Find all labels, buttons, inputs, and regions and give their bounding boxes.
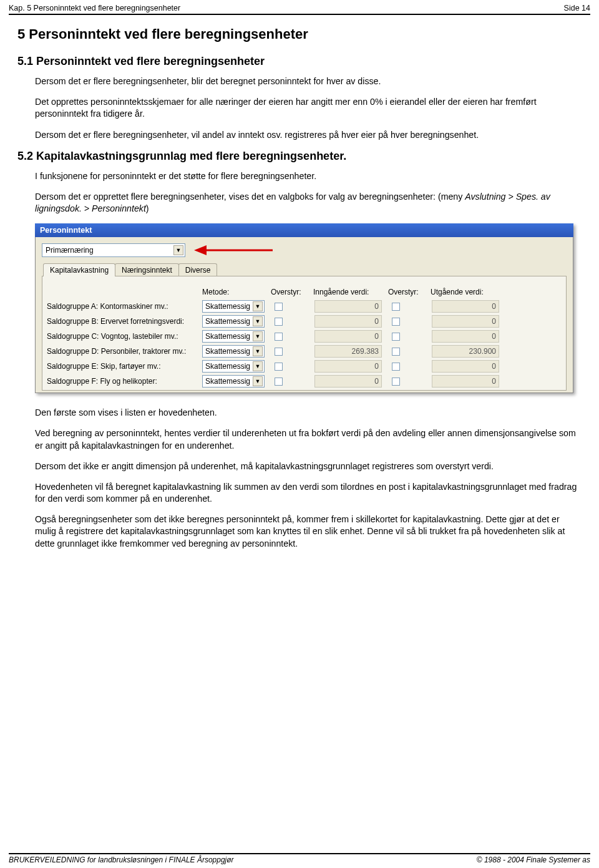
- override-checkbox[interactable]: [275, 348, 283, 356]
- tab-kapitalavkastning[interactable]: Kapitalavkastning: [43, 263, 115, 276]
- dropdown-value: Skattemessig: [205, 302, 250, 311]
- red-arrow-icon: [193, 243, 274, 257]
- override-checkbox[interactable]: [275, 378, 283, 386]
- method-dropdown[interactable]: Skattemessig▼: [202, 375, 265, 388]
- unit-dropdown[interactable]: Primærnæring ▼: [42, 243, 185, 257]
- tab-panel: Metode: Overstyr: Inngående verdi: Overs…: [42, 276, 567, 391]
- override-checkbox[interactable]: [392, 363, 400, 371]
- paragraph: I funksjonene for personinntekt er det s…: [35, 170, 582, 182]
- window-body: Primærnæring ▼ Kapitalavkastning Nærings…: [35, 237, 573, 393]
- chevron-down-icon: ▼: [253, 346, 263, 356]
- override-checkbox[interactable]: [275, 333, 283, 341]
- paragraph: Også beregningsenheter som det ikke bere…: [35, 514, 582, 550]
- row-label: Saldogruppe C: Vogntog, lastebiler mv.:: [46, 332, 202, 341]
- incoming-value-input: 0: [314, 315, 382, 328]
- method-dropdown[interactable]: Skattemessig▼: [202, 360, 265, 373]
- footer-left: BRUKERVEILEDNING for landbruksløsningen …: [9, 856, 234, 864]
- chevron-down-icon: ▼: [253, 316, 263, 326]
- page-footer: BRUKERVEILEDNING for landbruksløsningen …: [9, 853, 590, 864]
- chevron-down-icon: ▼: [253, 331, 263, 341]
- section-title-5-2: 5.2 Kapitalavkastningsgrunnlag med flere…: [17, 150, 582, 163]
- dropdown-value: Skattemessig: [205, 317, 250, 326]
- override-checkbox[interactable]: [392, 378, 400, 386]
- outgoing-value-input: 0: [432, 330, 499, 343]
- method-dropdown[interactable]: Skattemessig▼: [202, 300, 265, 313]
- tab-naeringsinntekt[interactable]: Næringsinntekt: [115, 263, 179, 276]
- override-checkbox[interactable]: [392, 318, 400, 326]
- method-dropdown[interactable]: Skattemessig▼: [202, 315, 265, 328]
- app-screenshot: Personinntekt Primærnæring ▼ Kapitalavka…: [35, 223, 573, 393]
- outgoing-value-input: 0: [432, 300, 499, 313]
- col-overstyr: Overstyr:: [388, 288, 431, 296]
- dropdown-value: Skattemessig: [205, 347, 250, 356]
- outgoing-value-input: 0: [432, 360, 499, 373]
- text: Dersom det er opprettet flere beregnings…: [35, 192, 465, 202]
- outgoing-value-input: 0: [432, 375, 499, 388]
- override-checkbox[interactable]: [392, 303, 400, 311]
- paragraph: Dersom det er opprettet flere beregnings…: [35, 191, 582, 215]
- dropdown-value: Skattemessig: [205, 362, 250, 371]
- outgoing-value-input: 230.900: [432, 345, 499, 358]
- row-label: Saldogruppe F: Fly og helikopter:: [46, 377, 202, 386]
- page-number: Side 14: [564, 4, 590, 12]
- incoming-value-input: 0: [314, 375, 382, 388]
- window-titlebar: Personinntekt: [35, 223, 573, 237]
- paragraph: Dersom det er flere beregningsenheter, b…: [35, 76, 582, 87]
- method-dropdown[interactable]: Skattemessig▼: [202, 330, 265, 343]
- paragraph: Ved beregning av personinntekt, hentes v…: [35, 427, 582, 451]
- grid-row: Saldogruppe B: Ervervet forretningsverdi…: [46, 314, 562, 329]
- override-checkbox[interactable]: [392, 348, 400, 356]
- incoming-value-input: 269.383: [314, 345, 382, 358]
- override-checkbox[interactable]: [275, 363, 283, 371]
- override-checkbox[interactable]: [275, 318, 283, 326]
- grid-row: Saldogruppe C: Vogntog, lastebiler mv.:S…: [46, 329, 562, 344]
- grid-header: Metode: Overstyr: Inngående verdi: Overs…: [46, 288, 562, 296]
- svg-marker-1: [194, 245, 207, 255]
- chevron-down-icon: ▼: [253, 361, 263, 371]
- chevron-down-icon: ▼: [253, 301, 263, 311]
- col-overstyr: Overstyr:: [271, 288, 313, 296]
- incoming-value-input: 0: [314, 330, 382, 343]
- paragraph: Dersom det ikke er angitt dimensjon på u…: [35, 461, 582, 472]
- footer-right: © 1988 - 2004 Finale Systemer as: [477, 856, 590, 864]
- dropdown-value: Primærnæring: [46, 246, 94, 255]
- paragraph: Hovedenheten vil få beregnet kapitalavka…: [35, 481, 582, 505]
- row-label: Saldogruppe D: Personbiler, traktorer mv…: [46, 347, 202, 356]
- section-title-5-1: 5.1 Personinntekt ved flere beregningsen…: [17, 55, 582, 68]
- text: ): [146, 203, 149, 213]
- row-label: Saldogruppe B: Ervervet forretningsverdi…: [46, 317, 202, 326]
- override-checkbox[interactable]: [275, 303, 283, 311]
- grid-row: Saldogruppe A: Kontormaskiner mv.:Skatte…: [46, 299, 562, 314]
- chevron-down-icon: ▼: [173, 245, 183, 255]
- dropdown-value: Skattemessig: [205, 377, 250, 386]
- header-divider: [9, 14, 590, 15]
- paragraph: Dersom det er flere beregningsenheter, v…: [35, 129, 582, 141]
- row-label: Saldogruppe A: Kontormaskiner mv.:: [46, 302, 202, 311]
- row-label: Saldogruppe E: Skip, fartøyer mv.:: [46, 362, 202, 371]
- col-metode: Metode:: [202, 288, 271, 296]
- col-utgaende: Utgående verdi:: [431, 288, 505, 296]
- chapter-label: Kap. 5 Personinntekt ved flere beregning…: [9, 4, 180, 12]
- section-title-5: 5 Personinntekt ved flere beregningsenhe…: [17, 26, 582, 42]
- incoming-value-input: 0: [314, 360, 382, 373]
- incoming-value-input: 0: [314, 300, 382, 313]
- dropdown-value: Skattemessig: [205, 332, 250, 341]
- grid-row: Saldogruppe D: Personbiler, traktorer mv…: [46, 344, 562, 359]
- grid-row: Saldogruppe F: Fly og helikopter:Skattem…: [46, 374, 562, 389]
- paragraph: Det opprettes personinntektsskjemaer for…: [35, 96, 582, 120]
- tab-strip: Kapitalavkastning Næringsinntekt Diverse: [42, 263, 567, 276]
- chevron-down-icon: ▼: [253, 376, 263, 386]
- page-header: Kap. 5 Personinntekt ved flere beregning…: [0, 0, 599, 14]
- footer-divider: [9, 853, 590, 854]
- override-checkbox[interactable]: [392, 333, 400, 341]
- col-inngaende: Inngående verdi:: [313, 288, 388, 296]
- method-dropdown[interactable]: Skattemessig▼: [202, 345, 265, 358]
- tab-diverse[interactable]: Diverse: [178, 263, 218, 276]
- grid-row: Saldogruppe E: Skip, fartøyer mv.:Skatte…: [46, 359, 562, 374]
- paragraph: Den første som vises i listen er hoveden…: [35, 407, 582, 419]
- outgoing-value-input: 0: [432, 315, 499, 328]
